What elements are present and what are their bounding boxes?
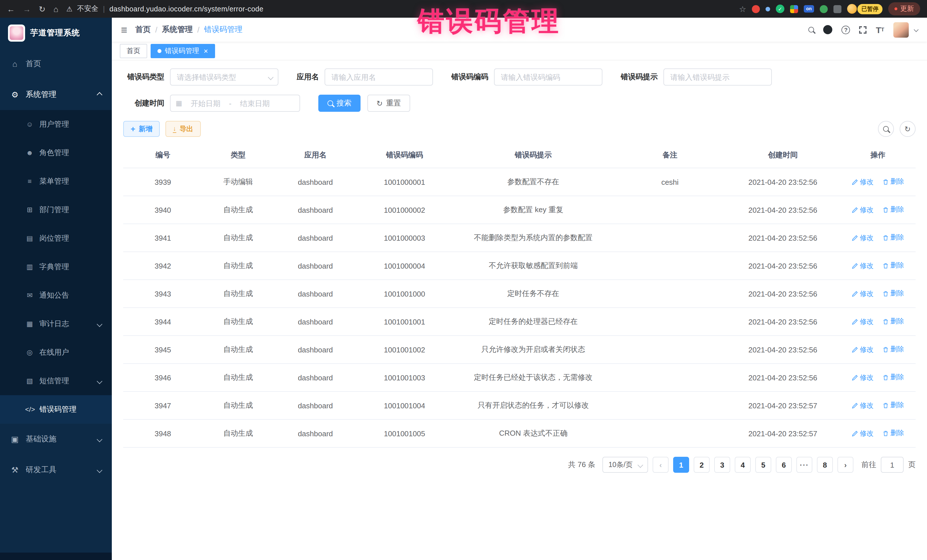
delete-link[interactable]: 删除 xyxy=(883,401,904,410)
update-button[interactable]: 更新 xyxy=(888,2,920,15)
browser-home-icon[interactable]: ⌂ xyxy=(53,4,58,14)
refresh-table-button[interactable]: ↻ xyxy=(900,121,916,137)
search-icon[interactable] xyxy=(808,27,815,32)
help-icon[interactable]: ? xyxy=(842,25,850,34)
column-header-message: 错误码提示 xyxy=(452,143,614,168)
error-type-select[interactable] xyxy=(170,68,278,85)
page-button-2[interactable]: 2 xyxy=(694,457,710,473)
extension-icon-blue-dot[interactable] xyxy=(766,6,770,11)
delete-link[interactable]: 删除 xyxy=(883,289,904,299)
delete-link[interactable]: 删除 xyxy=(883,261,904,270)
avatar[interactable] xyxy=(894,22,909,37)
extension-icon-grid[interactable] xyxy=(790,5,798,13)
delete-link[interactable]: 删除 xyxy=(883,317,904,326)
goto-page-input[interactable] xyxy=(881,457,904,473)
tab-error-code-management[interactable]: 错误码管理 × xyxy=(150,44,215,58)
search-button[interactable]: 搜索 xyxy=(318,95,360,112)
forward-icon[interactable]: → xyxy=(23,4,31,14)
font-size-icon[interactable]: TT xyxy=(876,25,884,35)
delete-link[interactable]: 删除 xyxy=(883,177,904,187)
trash-icon xyxy=(883,234,889,241)
edit-link[interactable]: 修改 xyxy=(852,178,873,187)
page-button-3[interactable]: 3 xyxy=(714,457,730,473)
edit-link[interactable]: 修改 xyxy=(852,233,873,243)
next-page-button[interactable]: › xyxy=(837,457,853,473)
toggle-search-button[interactable] xyxy=(878,121,894,137)
sidebar-item-dev-tools[interactable]: ⚒ 研发工具 xyxy=(0,454,112,485)
github-icon[interactable] xyxy=(824,25,833,34)
breadcrumb-home[interactable]: 首页 xyxy=(135,24,150,35)
error-type-select-input[interactable] xyxy=(170,68,278,85)
sidebar-item-audit-log[interactable]: ▦ 审计日志 xyxy=(0,310,112,338)
cell-actions: 修改 删除 xyxy=(840,280,916,308)
sidebar-item-home[interactable]: ⌂ 首页 xyxy=(0,49,112,79)
extension-icon-green[interactable] xyxy=(820,5,828,13)
extension-icon-on[interactable]: on xyxy=(804,5,814,12)
sidebar-item-infrastructure[interactable]: ▣ 基础设施 xyxy=(0,424,112,454)
extension-icon-avatar[interactable] xyxy=(847,4,857,14)
edit-link[interactable]: 修改 xyxy=(852,401,873,411)
delete-link[interactable]: 删除 xyxy=(883,233,904,243)
extension-icon-check[interactable]: ✓ xyxy=(776,5,784,13)
sidebar-item-user-management[interactable]: ☺ 用户管理 xyxy=(0,110,112,138)
sidebar-item-error-code-management[interactable]: </> 错误码管理 xyxy=(0,395,112,424)
address-bar[interactable]: ⚠ 不安全 | dashboard.yudao.iocoder.cn/syste… xyxy=(66,4,263,14)
paused-badge[interactable]: 已暂停 xyxy=(857,4,883,14)
sidebar-item-online-users[interactable]: ◎ 在线用户 xyxy=(0,338,112,367)
edit-link[interactable]: 修改 xyxy=(852,373,873,382)
edit-link[interactable]: 修改 xyxy=(852,345,873,355)
prev-page-button[interactable]: ‹ xyxy=(653,457,669,473)
sidebar-item-post-management[interactable]: ▤ 岗位管理 xyxy=(0,224,112,253)
page-button-5[interactable]: 5 xyxy=(755,457,771,473)
create-time-range-picker[interactable]: ▦ - xyxy=(170,95,300,112)
tab-home[interactable]: 首页 xyxy=(120,44,147,58)
breadcrumb-system-management[interactable]: 系统管理 xyxy=(162,24,193,35)
page-button-6[interactable]: 6 xyxy=(776,457,792,473)
reload-icon[interactable]: ↻ xyxy=(39,4,46,14)
sidebar-collapse-bar[interactable] xyxy=(0,552,112,560)
extension-icon-red[interactable] xyxy=(752,5,760,13)
cell-app: dashboard xyxy=(274,308,357,335)
collapse-sidebar-icon[interactable]: ≡ xyxy=(121,24,127,35)
page-button-8[interactable]: 8 xyxy=(817,457,833,473)
sidebar-item-notice-announcement[interactable]: ✉ 通知公告 xyxy=(0,281,112,310)
delete-link[interactable]: 删除 xyxy=(883,205,904,215)
edit-link[interactable]: 修改 xyxy=(852,289,873,299)
sidebar-item-role-management[interactable]: ☻ 角色管理 xyxy=(0,138,112,167)
sidebar-item-department-management[interactable]: ⊞ 部门管理 xyxy=(0,196,112,224)
logo-image xyxy=(8,24,25,42)
sidebar-item-menu-management[interactable]: ≡ 菜单管理 xyxy=(0,167,112,196)
chevron-down-icon[interactable] xyxy=(914,27,919,32)
cell-message: 不允许获取敏感配置到前端 xyxy=(452,252,614,280)
back-icon[interactable]: ← xyxy=(7,4,15,14)
bookmark-star-icon[interactable]: ☆ xyxy=(739,4,746,14)
sidebar-item-sms-management[interactable]: ▧ 短信管理 xyxy=(0,367,112,395)
delete-link[interactable]: 删除 xyxy=(883,428,904,438)
extensions-puzzle-icon[interactable] xyxy=(833,5,842,13)
add-button[interactable]: + 新增 xyxy=(123,121,160,137)
start-date-input[interactable] xyxy=(185,99,226,108)
search-icon xyxy=(883,126,889,132)
edit-link[interactable]: 修改 xyxy=(852,429,873,439)
app-name-input[interactable] xyxy=(325,68,433,85)
more-pages-button[interactable]: ··· xyxy=(796,457,812,473)
delete-link[interactable]: 删除 xyxy=(883,373,904,382)
delete-link[interactable]: 删除 xyxy=(883,345,904,354)
reset-button[interactable]: ↻ 重置 xyxy=(368,95,410,112)
page-size-select[interactable]: 10条/页 xyxy=(602,457,648,473)
page-button-4[interactable]: 4 xyxy=(735,457,751,473)
edit-link[interactable]: 修改 xyxy=(852,317,873,327)
sidebar-item-system-management[interactable]: ⚙ 系统管理 xyxy=(0,79,112,110)
end-date-input[interactable] xyxy=(234,99,275,108)
error-code-input[interactable] xyxy=(494,68,602,85)
sidebar-item-label: 短信管理 xyxy=(40,376,69,386)
edit-link[interactable]: 修改 xyxy=(852,261,873,271)
sidebar-item-dict-management[interactable]: ▥ 字典管理 xyxy=(0,253,112,281)
fullscreen-icon[interactable] xyxy=(859,26,867,33)
page-button-1[interactable]: 1 xyxy=(673,457,689,473)
error-message-input[interactable] xyxy=(663,68,772,85)
close-icon[interactable]: × xyxy=(204,47,208,55)
export-button[interactable]: ↓ 导出 xyxy=(166,121,201,137)
edit-link[interactable]: 修改 xyxy=(852,205,873,215)
cell-code: 1001001001 xyxy=(357,308,452,335)
